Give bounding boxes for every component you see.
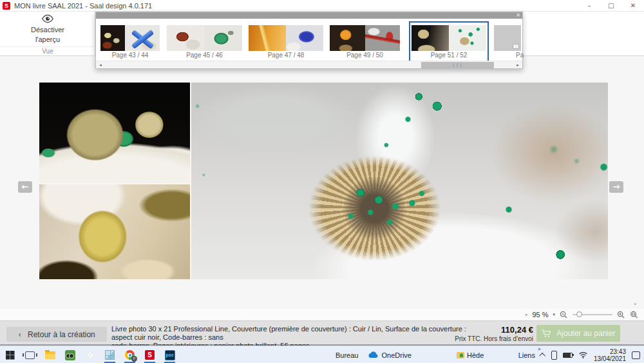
page-spread-51-52[interactable]	[39, 83, 608, 279]
file-explorer-button[interactable]	[40, 346, 60, 363]
hidden-icons-chevron[interactable]	[539, 353, 545, 359]
zoom-in-icon[interactable]	[617, 311, 625, 319]
thumbnail-page-45-46[interactable]	[167, 25, 242, 51]
thumbnail-label: Page 47 / 48	[249, 52, 323, 59]
dropbox-icon: ❖	[86, 350, 94, 360]
wifi-icon[interactable]	[578, 351, 588, 358]
thumb-image-43	[100, 25, 125, 51]
chrome-profile-badge: F	[131, 356, 137, 362]
photo-yellow-crystal[interactable]	[39, 184, 190, 279]
left-page-photo-column	[39, 83, 190, 279]
thumb-image-49	[330, 25, 365, 51]
taskbar: ❖ F S pse Bureau OneDrive Hède » Liens	[0, 346, 644, 363]
toggle-preview-button[interactable]: Désactiver l'aperçu	[9, 14, 86, 44]
price-value: 110,24 €	[412, 325, 533, 335]
window-title: MON livre SAAL 2021 - Saal design 4.0.17…	[14, 2, 152, 10]
clock-date: 13/04/2021	[594, 355, 626, 362]
zoom-dropdown-icon[interactable]: ▾	[553, 312, 555, 317]
cube-app-icon	[105, 350, 115, 360]
thumbnail-label: Page 45 / 46	[167, 52, 242, 59]
green-binoculars-app-button[interactable]	[60, 346, 80, 363]
onedrive-label: OneDrive	[381, 351, 411, 359]
task-view-icon	[25, 351, 35, 359]
close-button[interactable]: ✕	[622, 0, 644, 12]
previous-spread-button[interactable]: ←	[18, 181, 32, 193]
photo-botryoidal-mineral[interactable]	[39, 83, 190, 183]
scrollbar-thumb[interactable]: ❘❘❘	[421, 62, 494, 68]
hede-label: Hède	[467, 351, 484, 359]
battery-icon[interactable]	[563, 353, 573, 358]
task-view-button[interactable]	[20, 346, 40, 363]
windows-logo-icon	[6, 351, 15, 360]
saal-design-button[interactable]: S	[140, 346, 160, 363]
desktop-toolbar-label[interactable]: Bureau	[336, 351, 358, 359]
cart-icon	[541, 329, 552, 338]
saal-icon: S	[145, 350, 155, 360]
maximize-button[interactable]: □	[600, 0, 622, 12]
back-chevron-icon: ‹	[18, 330, 21, 339]
your-phone-icon[interactable]	[551, 351, 557, 360]
hede-folder-icon	[457, 352, 464, 358]
photoshop-elements-button[interactable]: pse	[160, 346, 180, 363]
thumb-image-48	[286, 25, 323, 51]
thumbnail-label: Page 43 / 44	[100, 52, 160, 59]
thumbnail-page-53-partial[interactable]	[494, 25, 521, 51]
thumb-image-44	[125, 25, 160, 51]
filmstrip-scrollbar[interactable]: ◂ ▸ ❘❘❘	[96, 61, 522, 68]
scroll-left-icon[interactable]: ◂	[97, 61, 104, 69]
thumbnail-page-49-50[interactable]	[330, 25, 400, 51]
thumb-image-45	[167, 25, 204, 51]
zoom-slider-knob[interactable]	[576, 311, 582, 317]
toggle-preview-label-line2: l'aperçu	[35, 35, 60, 43]
zoom-fit-icon[interactable]	[630, 311, 639, 319]
thumbnail-page-43-44[interactable]	[100, 25, 160, 51]
next-spread-button[interactable]: →	[609, 181, 623, 193]
clock-time: 23:43	[610, 348, 626, 355]
start-button[interactable]	[0, 346, 20, 363]
zoom-out-icon[interactable]	[560, 311, 568, 319]
scrollbar-down-icon[interactable]: ▾	[634, 302, 636, 307]
thumbnail-label: Page 51 / 52	[412, 52, 486, 59]
zoom-expander-icon[interactable]: ▸	[526, 312, 528, 317]
filmstrip-close-icon[interactable]: ✕	[516, 12, 520, 19]
onedrive-item[interactable]: OneDrive	[367, 351, 411, 359]
add-to-cart-label: Ajouter au panier	[556, 329, 615, 338]
thumbnail-page-51-52-selected[interactable]	[412, 25, 486, 51]
zoom-slider[interactable]	[573, 314, 612, 315]
taskbar-toolbars: Bureau OneDrive Hède	[336, 346, 484, 363]
clock[interactable]: 23:43 13/04/2021	[594, 348, 626, 362]
scroll-right-icon[interactable]: ▸	[514, 61, 522, 69]
toggle-preview-label-line1: Désactiver	[31, 26, 64, 34]
back-to-editor-button[interactable]: ‹Retour à la création	[6, 327, 107, 342]
footer-bar: ‹Retour à la création Livre photo 30 x 2…	[0, 321, 644, 346]
pse-icon: pse	[165, 350, 175, 360]
add-to-cart-button[interactable]: Ajouter au panier	[536, 325, 620, 342]
liens-toolbar-label[interactable]: Liens	[518, 351, 535, 359]
thumb-image-46	[204, 25, 242, 51]
back-button-label: Retour à la création	[28, 330, 95, 339]
chrome-button[interactable]: F	[120, 346, 140, 363]
minimize-button[interactable]: –	[578, 0, 600, 12]
hede-window-item[interactable]: Hède	[457, 351, 484, 359]
taskbar-apps: ❖ F S pse	[0, 346, 180, 363]
thumbnail-label: Page 49 / 50	[330, 52, 400, 59]
thumb-image-52	[449, 25, 486, 51]
thumb-image-51	[412, 25, 449, 51]
folder-icon	[45, 351, 55, 359]
price-block: 110,24 € Prix TTC. Hors frais d'envoi	[412, 325, 533, 342]
system-tray: Liens 23:43 13/04/2021	[518, 346, 640, 363]
preview-canvas: ← →	[0, 56, 644, 309]
thumbnail-label: Pa	[516, 52, 524, 59]
statusbar: ▾ ▸ 95 % ▾	[0, 309, 644, 321]
thumbnail-page-47-48[interactable]	[249, 25, 323, 51]
view-group: Désactiver l'aperçu Vue	[0, 12, 95, 56]
dropbox-button[interactable]: ❖	[80, 346, 100, 363]
price-note: Prix TTC. Hors frais d'envoi	[412, 335, 533, 342]
titlebar: S MON livre SAAL 2021 - Saal design 4.0.…	[0, 0, 644, 12]
binoculars-icon	[65, 350, 75, 360]
zoom-level-value[interactable]: 95 %	[532, 311, 548, 319]
photo-quartz-green-spheres[interactable]	[191, 83, 608, 279]
action-center-icon[interactable]	[632, 351, 640, 359]
filmstrip-header[interactable]	[96, 12, 522, 19]
cube-app-button[interactable]	[100, 346, 120, 363]
